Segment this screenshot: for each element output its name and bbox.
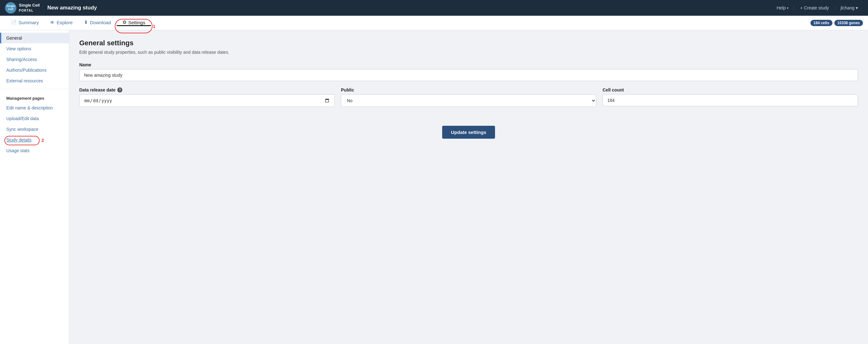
user-menu[interactable]: jlchang ▾ <box>836 5 863 10</box>
sidebar-item-external-resources[interactable]: External resources <box>0 75 69 86</box>
sidebar-item-sharing-access[interactable]: Sharing/Access <box>0 54 69 65</box>
sidebar-item-usage-stats[interactable]: Usage stats <box>0 145 69 156</box>
study-details-wrapper: Study details 2 <box>0 134 69 145</box>
explore-icon: 👁 <box>50 20 55 25</box>
sidebar-divider <box>0 89 69 89</box>
logo: SingleCell Single CellPORTAL <box>5 2 40 13</box>
tab-settings[interactable]: ⚙ Settings <box>117 20 151 26</box>
study-title: New amazing study <box>47 5 771 11</box>
annotation-1: 1 <box>153 24 155 29</box>
update-settings-button[interactable]: Update settings <box>442 126 495 139</box>
help-button[interactable]: Help ▾ <box>772 5 794 10</box>
cell-count-group: Cell count <box>602 87 858 106</box>
sidebar-item-general[interactable]: General <box>0 33 69 43</box>
data-release-input[interactable] <box>79 94 335 107</box>
cell-count-label: Cell count <box>602 87 858 92</box>
logo-text: Single CellPORTAL <box>19 3 40 12</box>
content-area: General settings Edit general study prop… <box>69 30 868 344</box>
sidebar-item-edit-name[interactable]: Edit name & description <box>0 102 69 113</box>
sidebar-item-authors-publications[interactable]: Authors/Publications <box>0 65 69 75</box>
main-layout: General View options Sharing/Access Auth… <box>0 30 868 344</box>
data-release-label-wrapper: Data release date ? <box>79 87 335 92</box>
page-subtitle: Edit general study properties, such as p… <box>79 50 858 55</box>
public-label: Public <box>341 87 596 92</box>
genes-badge: 10338 genes <box>834 20 863 26</box>
management-pages-label: Management pages <box>0 92 69 102</box>
public-group: Public No Yes <box>341 87 596 107</box>
tab-settings-wrapper: ⚙ Settings 1 <box>117 20 151 26</box>
tab-download[interactable]: ⬇ Download <box>78 16 117 30</box>
name-label: Name <box>79 62 858 67</box>
summary-icon: 📄 <box>11 20 17 25</box>
sidebar: General View options Sharing/Access Auth… <box>0 30 69 344</box>
name-input[interactable] <box>79 69 858 81</box>
annotation-2: 2 <box>41 138 44 143</box>
sidebar-item-study-details[interactable]: Study details <box>0 134 69 145</box>
tab-summary[interactable]: 📄 Summary <box>5 16 44 30</box>
tab-bar: 📄 Summary 👁 Explore ⬇ Download ⚙ Setting… <box>0 16 868 30</box>
tab-badges: 184 cells 10338 genes <box>810 20 863 26</box>
sidebar-item-sync-workspace[interactable]: Sync workspace <box>0 124 69 134</box>
cells-badge: 184 cells <box>810 20 833 26</box>
navbar-actions: Help ▾ + Create study jlchang ▾ <box>772 5 863 10</box>
create-study-button[interactable]: + Create study <box>794 5 835 10</box>
data-release-group: Data release date ? <box>79 87 335 107</box>
navbar: SingleCell Single CellPORTAL New amazing… <box>0 0 868 16</box>
sidebar-item-upload-edit[interactable]: Upload/Edit data <box>0 113 69 124</box>
page-title: General settings <box>79 39 858 47</box>
update-button-row: Update settings <box>79 126 858 139</box>
logo-icon: SingleCell <box>5 2 17 13</box>
form-row-fields: Data release date ? Public No Yes Cell c… <box>79 87 858 107</box>
download-icon: ⬇ <box>84 20 88 25</box>
help-chevron-icon: ▾ <box>787 6 788 10</box>
data-release-help-icon[interactable]: ? <box>117 87 122 92</box>
tab-explore[interactable]: 👁 Explore <box>44 16 78 30</box>
settings-icon: ⚙ <box>122 20 126 25</box>
sidebar-item-view-options[interactable]: View options <box>0 43 69 54</box>
public-select[interactable]: No Yes <box>341 94 596 107</box>
data-release-label: Data release date <box>79 87 116 92</box>
name-field-group: Name <box>79 62 858 81</box>
cell-count-input[interactable] <box>602 94 858 106</box>
